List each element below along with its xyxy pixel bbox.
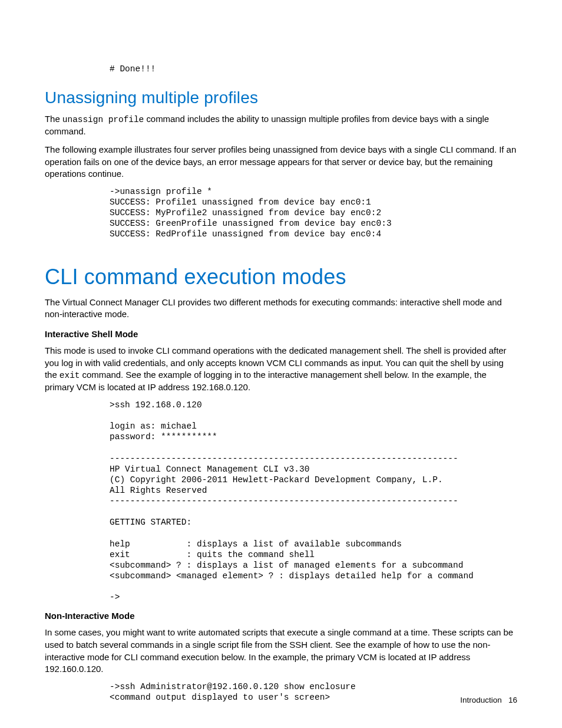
code-done: # Done!!!	[110, 64, 517, 74]
text: command. See the example of logging in t…	[45, 370, 487, 392]
subheading-interactive-shell-mode: Interactive Shell Mode	[45, 329, 517, 339]
paragraph-unassign-intro: The unassign profile command includes th…	[45, 113, 517, 138]
heading-unassigning-multiple-profiles: Unassigning multiple profiles	[45, 88, 517, 107]
text: The	[45, 114, 62, 124]
inline-code-unassign-profile: unassign profile	[62, 115, 144, 124]
heading-cli-command-execution-modes: CLI command execution modes	[45, 265, 517, 289]
code-noninteractive-example: ->ssh Administrator@192.160.0.120 show e…	[110, 681, 517, 703]
page-footer: Introduction 16	[460, 696, 517, 704]
subheading-non-interactive-mode: Non-Interactive Mode	[45, 611, 517, 621]
footer-section-label: Introduction	[460, 696, 502, 704]
footer-page-number: 16	[508, 696, 517, 704]
paragraph-unassign-example: The following example illustrates four s…	[45, 144, 517, 180]
code-unassign-output: ->unassign profile * SUCCESS: Profile1 u…	[110, 186, 517, 240]
paragraph-noninteractive-desc: In some cases, you might want to write a…	[45, 627, 517, 676]
paragraph-cli-intro: The Virtual Connect Manager CLI provides…	[45, 297, 517, 321]
code-interactive-session: >ssh 192.168.0.120 login as: michael pas…	[110, 400, 517, 602]
page-content: # Done!!! Unassigning multiple profiles …	[0, 0, 562, 703]
paragraph-interactive-desc: This mode is used to invoke CLI command …	[45, 345, 517, 394]
inline-code-exit: exit	[59, 371, 80, 380]
